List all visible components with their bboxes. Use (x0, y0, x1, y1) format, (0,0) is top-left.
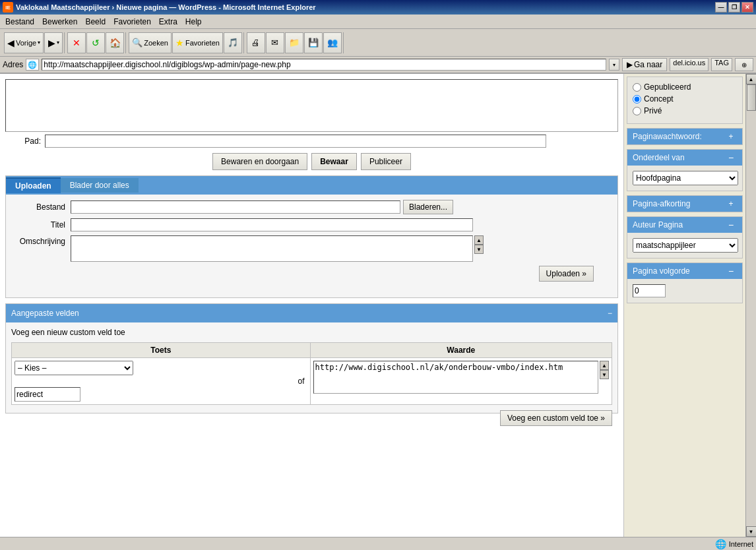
internet-label: Internet (729, 540, 753, 548)
auteur-header: Auteur Pagina − (627, 217, 742, 233)
content-area: Pad: Bewaren en doorgaan Bewaar Publicee… (0, 74, 623, 537)
tab-blader[interactable]: Blader door alles (61, 178, 139, 193)
media-button[interactable]: 🎵 (224, 32, 242, 53)
wachtwoord-plus-button[interactable]: + (725, 131, 737, 142)
gepubliceerd-label: Gepubliceerd (644, 82, 691, 92)
onderdeel-select[interactable]: Hoofdpagina (633, 171, 738, 185)
bewaren-doorgaan-button[interactable]: Bewaren en doorgaan (212, 153, 307, 170)
publiceer-button[interactable]: Publiceer (361, 153, 411, 170)
afkorting-header: Pagina-afkorting + (627, 196, 742, 212)
add-custom-text: Voeg een nieuw custom veld toe (11, 328, 612, 337)
onderdeel-panel: Onderdeel van − Hoofdpagina (627, 149, 743, 191)
refresh-button[interactable]: ↺ (86, 32, 105, 53)
stop-button[interactable]: ✕ (67, 32, 86, 53)
folder-button[interactable]: 📁 (285, 32, 303, 53)
delicious-button[interactable]: del.icio.us (670, 58, 709, 71)
auteur-panel: Auteur Pagina − maatschappijleer (627, 216, 743, 259)
right-scrollbar: ▲ ▼ (745, 74, 756, 537)
address-dropdown[interactable]: ▾ (609, 59, 619, 71)
auteur-select[interactable]: maatschappijleer (633, 238, 738, 253)
gepubliceerd-radio[interactable] (633, 83, 641, 92)
tag-button[interactable]: TAG (711, 58, 732, 71)
back-button[interactable]: ◀ Vorige ▾ (4, 32, 44, 53)
concept-row: Concept (633, 94, 737, 104)
print-icon: 🖨 (251, 38, 260, 47)
toets-header: Toets (12, 343, 311, 358)
custom-fields-collapse-icon[interactable]: − (608, 309, 612, 318)
waarde-scroll-up-icon[interactable]: ▲ (600, 361, 609, 370)
concept-radio[interactable] (633, 95, 641, 104)
onderdeel-title: Onderdeel van (633, 153, 685, 162)
menu-bewerken[interactable]: Bewerken (38, 16, 81, 28)
redirect-input[interactable] (15, 387, 80, 402)
forward-button[interactable]: ▶ ▾ (44, 32, 63, 53)
menu-beeld[interactable]: Beeld (81, 16, 110, 28)
titel-row: Titel (11, 218, 612, 231)
of-text: of (15, 375, 307, 387)
onderdeel-body: Hoofdpagina (627, 166, 742, 191)
volgorde-input[interactable] (633, 284, 666, 297)
home-button[interactable]: 🏠 (106, 32, 124, 53)
afkorting-plus-button[interactable]: + (725, 198, 737, 210)
omschrijving-input[interactable] (71, 235, 473, 262)
bestand-input[interactable] (71, 200, 400, 214)
users-button[interactable]: 👥 (323, 32, 342, 53)
address-input[interactable] (42, 59, 606, 71)
scroll-up-button[interactable]: ▲ (746, 74, 757, 84)
search-label: Zoeken (144, 39, 168, 47)
waarde-header: Waarde (310, 343, 612, 358)
volgorde-title: Pagina volgorde (633, 266, 690, 276)
add-custom-field-button[interactable]: Voeg een custom veld toe » (500, 410, 612, 426)
bladeren-button[interactable]: Bladeren... (403, 200, 453, 214)
mail-button[interactable]: ✉ (266, 32, 284, 53)
restore-button[interactable]: ❐ (728, 2, 740, 13)
volgorde-minus-button[interactable]: − (725, 265, 737, 277)
sidebar: Gepubliceerd Concept Privé Paginawachtwo… (623, 74, 745, 537)
scroll-thumb[interactable] (747, 84, 756, 111)
tab-uploaden[interactable]: Uploaden (6, 177, 61, 193)
address-extra-button[interactable]: ⊕ (735, 58, 753, 71)
status-bar: 🌐 Internet (0, 537, 756, 550)
diskette-button[interactable]: 💾 (304, 32, 323, 53)
page-content-editor[interactable] (5, 79, 618, 132)
go-button[interactable]: ▶ Ga naar (622, 58, 667, 71)
upload-body: Bestand Bladeren... Titel Omschrijving ▲… (6, 195, 617, 297)
upload-header: Uploaden Blader door alles (6, 176, 617, 195)
window-controls[interactable]: — ❐ ✕ (715, 2, 753, 13)
scroll-down-button[interactable]: ▼ (746, 526, 757, 537)
volgorde-panel: Pagina volgorde − (627, 262, 743, 303)
address-label: Adres (3, 60, 23, 69)
menu-favorieten[interactable]: Favorieten (110, 16, 155, 28)
forward-dropdown-icon: ▾ (57, 40, 59, 46)
search-button[interactable]: 🔍 Zoeken (129, 32, 172, 53)
auteur-minus-button[interactable]: − (725, 219, 737, 231)
waarde-textarea[interactable]: http://www.digischool.nl/ak/onderbouw-vm… (313, 361, 598, 394)
prive-radio[interactable] (633, 107, 641, 115)
title-bar: IE Vaklokaal Maatschappijleer › Nieuwe p… (0, 0, 756, 15)
menu-extra[interactable]: Extra (155, 16, 181, 28)
scroll-down-icon[interactable]: ▼ (474, 245, 484, 254)
menu-help[interactable]: Help (181, 16, 206, 28)
onderdeel-minus-button[interactable]: − (725, 152, 737, 164)
bewaar-button[interactable]: Bewaar (311, 153, 357, 170)
kies-select[interactable]: – Kies – (15, 361, 133, 375)
stop-icon: ✕ (73, 38, 80, 48)
menu-bestand[interactable]: Bestand (1, 16, 38, 28)
pad-input[interactable] (45, 135, 546, 148)
page-icon: 🌐 (26, 59, 39, 71)
print-button[interactable]: 🖨 (247, 32, 265, 53)
mail-icon: ✉ (271, 38, 278, 47)
wachtwoord-panel: Paginawachtwoord: + (627, 128, 743, 145)
titel-input[interactable] (71, 218, 473, 231)
toets-cell: – Kies – of (12, 358, 311, 405)
uploaden-button[interactable]: Uploaden » (539, 266, 594, 282)
minimize-button[interactable]: — (715, 2, 727, 13)
afkorting-title: Pagina-afkorting (633, 199, 690, 208)
go-arrow-icon: ▶ (627, 60, 633, 69)
bestand-label: Bestand (11, 202, 71, 212)
prive-row: Privé (633, 106, 737, 115)
close-button[interactable]: ✕ (741, 2, 753, 13)
scroll-up-icon[interactable]: ▲ (474, 235, 484, 245)
waarde-scroll-down-icon[interactable]: ▼ (600, 370, 609, 379)
favorites-button[interactable]: ★ Favorieten (172, 32, 223, 53)
